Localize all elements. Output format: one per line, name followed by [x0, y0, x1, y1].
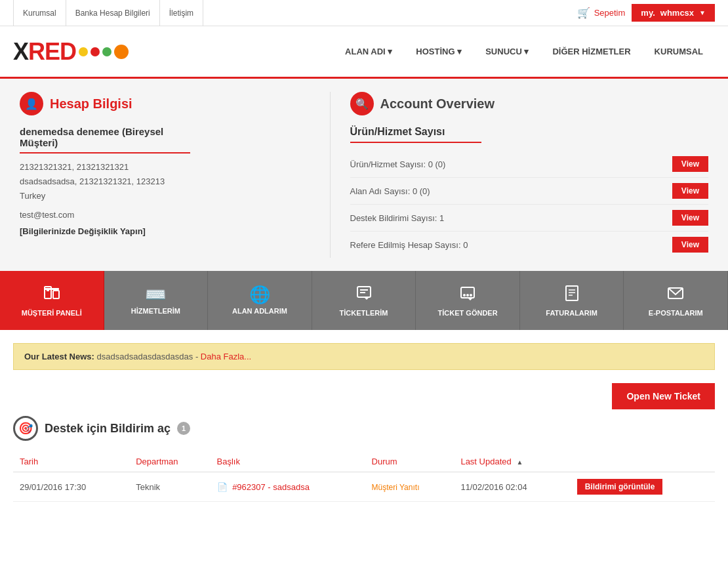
stat-view-btn-0[interactable]: View [672, 156, 708, 172]
col-tarih: Tarih [13, 451, 129, 472]
top-nav-banka[interactable]: Banka Hesap Bilgileri [66, 0, 160, 26]
ticketlerim-icon [355, 284, 373, 305]
icon-nav-hizmetlerim[interactable]: ⌨️ HİZMETLERİM [104, 271, 209, 330]
nav-hosting[interactable]: HOSTİNG ▾ [404, 26, 474, 78]
cart-area[interactable]: 🛒 Sepetim [577, 7, 626, 19]
cart-label: Sepetim [594, 8, 626, 18]
icon-nav-label-2: ALAN ADLARIM [232, 307, 287, 315]
svg-point-11 [470, 294, 472, 297]
stat-view-btn-2[interactable]: View [672, 210, 708, 226]
ticket-department: Teknik [129, 472, 210, 502]
hizmetlerim-icon: ⌨️ [145, 286, 166, 303]
main-navbar: XRED ALAN ADI ▾ HOSTİNG ▾ SUNUCU ▾ DİĞER… [0, 26, 728, 79]
faturalarim-icon [563, 284, 581, 305]
svg-rect-2 [53, 291, 59, 298]
dot-green [102, 47, 111, 56]
ticket-status-text: Müşteri Yanıtı [372, 483, 420, 492]
logo: XRED [13, 38, 129, 66]
support-section: Open New Ticket 🎯 Destek için Bildirim a… [0, 377, 728, 522]
svg-rect-3 [47, 289, 49, 291]
epostalarim-icon [666, 284, 685, 305]
nav-alan-adi[interactable]: ALAN ADI ▾ [333, 26, 404, 78]
dot-red [91, 47, 100, 56]
svg-point-10 [466, 294, 469, 297]
col-departman: Departman [129, 451, 210, 472]
stat-view-btn-3[interactable]: View [672, 237, 708, 253]
support-badge: 1 [177, 422, 190, 435]
news-bar: Our Latest News: dsadsadsadasdasdasdas -… [13, 343, 715, 370]
account-icon: 👤 [20, 92, 43, 115]
svg-rect-13 [566, 286, 578, 300]
col-durum: Durum [365, 451, 455, 472]
stat-label-0: Ürün/Hizmet Sayısı: 0 (0) [350, 159, 446, 169]
logo-dots [79, 45, 129, 59]
icon-nav-ticket-gonder[interactable]: TİCKET GÖNDER [416, 271, 520, 330]
ticket-table-header: Tarih Departman Başlık Durum Last Update… [13, 451, 715, 472]
svg-point-9 [463, 294, 466, 297]
ticket-action-button[interactable]: Bildirimi görüntüle [577, 479, 663, 495]
ticket-title-cell: 📄 #962307 - sadsadsa [211, 472, 365, 502]
ticket-table: Tarih Departman Başlık Durum Last Update… [13, 451, 715, 502]
nav-kurumsal[interactable]: KURUMSAL [643, 26, 715, 78]
icon-nav-label-5: FATURALARIM [546, 309, 597, 317]
ticket-date: 29/01/2016 17:30 [13, 472, 129, 502]
account-right-title-row: 🔍 Account Overview [350, 92, 709, 115]
top-nav-iletisim[interactable]: İletişim [160, 0, 203, 26]
my-btn-prefix: my. [641, 8, 655, 18]
stats-title: Ürün/Hizmet Sayısı [350, 126, 481, 143]
ticket-table-body: 29/01/2016 17:30 Teknik 📄 #962307 - sads… [13, 472, 715, 502]
address-detail: 21321321321, 21321321321 dsadsadsadsa, 2… [20, 160, 310, 203]
ticket-gonder-icon [458, 284, 477, 305]
stat-row-0: Ürün/Hizmet Sayısı: 0 (0) View [350, 151, 709, 178]
ticket-last-updated: 11/02/2016 02:04 [454, 472, 570, 502]
customer-name: denemedsa denemee (Bireysel Müşteri) [20, 126, 190, 154]
my-btn-brand: whmcsx [660, 8, 694, 18]
icon-navbar: MÜŞTERİ PANELİ ⌨️ HİZMETLERİM 🌐 ALAN ADL… [0, 271, 728, 330]
logo-text: XRED [13, 38, 76, 66]
account-right: 🔍 Account Overview Ürün/Hizmet Sayısı Ür… [330, 92, 709, 258]
sort-arrow-icon: ▲ [516, 459, 523, 466]
icon-nav-alan-adlarim[interactable]: 🌐 ALAN ADLARIM [208, 271, 312, 330]
alan-adlarim-icon: 🌐 [249, 286, 270, 303]
col-action [571, 451, 715, 472]
my-whmcsx-button[interactable]: my.whmcsx ▼ [632, 4, 715, 22]
ticket-title-link[interactable]: #962307 - sadsadsa [232, 482, 310, 492]
news-prefix: Our Latest News: [24, 352, 94, 361]
top-navbar: Kurumsal Banka Hesap Bilgileri İletişim … [0, 0, 728, 26]
stat-row-3: Refere Edilmiş Hesap Sayısı: 0 View [350, 232, 709, 258]
svg-marker-7 [364, 297, 369, 300]
account-left-title-row: 👤 Hesap Bilgisi [20, 92, 310, 115]
support-icon: 🎯 [13, 416, 38, 441]
account-left: 👤 Hesap Bilgisi denemedsa denemee (Birey… [20, 92, 330, 258]
stat-row-1: Alan Adı Sayısı: 0 (0) View [350, 178, 709, 205]
top-nav-kurumsal[interactable]: Kurumsal [13, 0, 66, 26]
icon-nav-label-6: E-POSTALARIM [649, 309, 703, 317]
nav-sunucu[interactable]: SUNUCU ▾ [474, 26, 540, 78]
account-right-title: Account Overview [380, 96, 495, 112]
dot-yellow [79, 47, 88, 56]
table-row: 29/01/2016 17:30 Teknik 📄 #962307 - sads… [13, 472, 715, 502]
stat-row-2: Destek Bildirimi Sayısı: 1 View [350, 205, 709, 232]
icon-nav-epostalarim[interactable]: E-POSTALARIM [624, 271, 728, 330]
icon-nav-musteri-paneli[interactable]: MÜŞTERİ PANELİ [0, 271, 104, 330]
icon-nav-ticketlerim[interactable]: TİCKETLERİM [312, 271, 416, 330]
icon-nav-faturalarim[interactable]: FATURALARIM [520, 271, 624, 330]
col-last-updated[interactable]: Last Updated ▲ [454, 451, 570, 472]
support-title: Destek için Bildirim aç [45, 422, 171, 436]
stat-label-1: Alan Adı Sayısı: 0 (0) [350, 186, 430, 196]
support-header: Open New Ticket [13, 383, 715, 409]
news-link[interactable]: Daha Fazla... [201, 352, 251, 361]
top-nav-right: 🛒 Sepetim my.whmcsx ▼ [577, 4, 715, 22]
icon-nav-label-3: TİCKETLERİM [340, 309, 388, 317]
account-left-title: Hesap Bilgisi [50, 96, 132, 112]
edit-info-link[interactable]: [Bilgilerinizde Değişiklik Yapın] [20, 226, 146, 236]
doc-icon: 📄 [217, 482, 228, 492]
nav-diger[interactable]: DİĞER HİZMETLER [540, 26, 642, 78]
open-new-ticket-button[interactable]: Open New Ticket [612, 383, 715, 409]
ticket-action-cell: Bildirimi görüntüle [571, 472, 715, 502]
my-btn-arrow: ▼ [699, 9, 706, 16]
stat-view-btn-1[interactable]: View [672, 183, 708, 199]
ticket-status: Müşteri Yanıtı [365, 472, 455, 502]
account-section: 👤 Hesap Bilgisi denemedsa denemee (Birey… [0, 79, 728, 271]
icon-nav-label-4: TİCKET GÖNDER [438, 309, 498, 317]
